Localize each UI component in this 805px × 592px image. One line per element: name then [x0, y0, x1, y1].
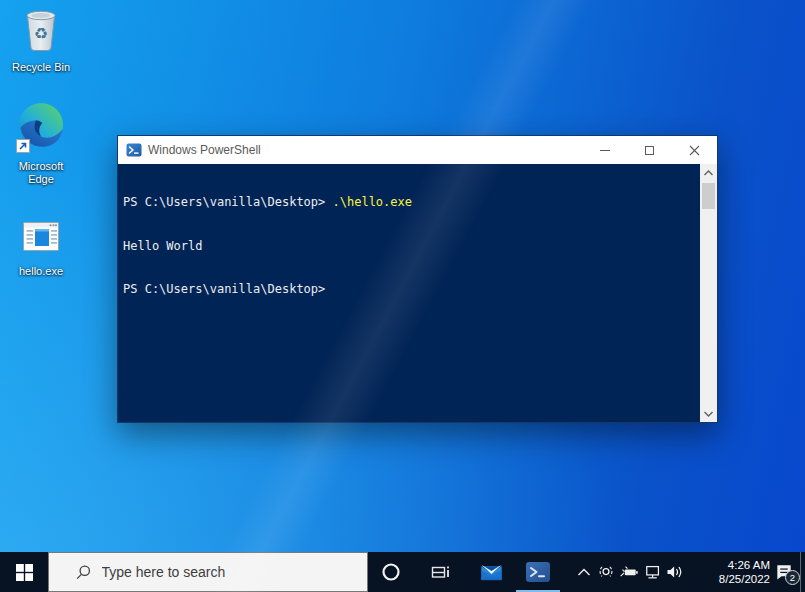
action-center-button[interactable]: 2 [770, 552, 798, 592]
svg-text:♻: ♻ [34, 25, 48, 42]
show-desktop-button[interactable] [800, 552, 805, 592]
executable-window-icon [20, 216, 62, 262]
desktop-icon-recycle-bin[interactable]: ♻ Recycle Bin [0, 6, 82, 74]
desktop-background[interactable]: ♻ Recycle Bin [0, 0, 805, 592]
chevron-down-icon [704, 411, 713, 417]
search-input[interactable] [102, 564, 342, 580]
desktop-icon-microsoft-edge[interactable]: Microsoft Edge [0, 101, 82, 186]
terminal-line: Hello World [123, 239, 697, 254]
search-icon [75, 564, 92, 581]
cortana-button[interactable] [372, 552, 410, 592]
tray-volume-button[interactable] [664, 552, 686, 592]
tray-capture-button[interactable] [596, 552, 616, 592]
show-hidden-icons-button[interactable] [574, 552, 594, 592]
shortcut-arrow-overlay-icon [16, 139, 30, 153]
desktop-icon-hello-exe[interactable]: hello.exe [0, 216, 82, 278]
terminal-command-text: .\hello.exe [333, 195, 412, 209]
close-button[interactable] [672, 137, 717, 164]
scroll-up-button[interactable] [700, 164, 717, 181]
window-titlebar[interactable]: Windows PowerShell [118, 136, 717, 164]
taskbar: 4:26 AM 8/25/2022 2 [0, 552, 805, 592]
taskbar-powershell-button[interactable] [516, 552, 560, 592]
powershell-window: Windows PowerShell PS C:\Users\vanilla\D… [117, 135, 718, 423]
chevron-up-icon [704, 170, 713, 176]
scroll-down-button[interactable] [700, 405, 717, 422]
desktop-icon-label: Recycle Bin [12, 61, 70, 74]
action-center-icon: 2 [774, 562, 794, 582]
clock-date: 8/25/2022 [719, 572, 770, 586]
task-view-icon [429, 561, 451, 583]
tray-network-button[interactable] [642, 552, 664, 592]
mail-icon [479, 560, 504, 585]
tray-battery-button[interactable] [618, 552, 640, 592]
taskbar-search[interactable] [48, 552, 368, 592]
start-button[interactable] [0, 552, 48, 592]
minimize-button[interactable] [582, 137, 627, 164]
maximize-button[interactable] [627, 137, 672, 164]
ethernet-icon [643, 563, 663, 581]
terminal-area[interactable]: PS C:\Users\vanilla\Desktop> .\hello.exe… [118, 164, 717, 422]
terminal-output: PS C:\Users\vanilla\Desktop> .\hello.exe… [123, 166, 697, 326]
minimize-icon [600, 150, 610, 151]
battery-charging-icon [619, 563, 639, 581]
powershell-taskbar-icon [525, 559, 551, 585]
window-title: Windows PowerShell [148, 143, 582, 157]
taskbar-clock[interactable]: 4:26 AM 8/25/2022 [688, 552, 774, 592]
terminal-line: PS C:\Users\vanilla\Desktop> [123, 282, 697, 297]
clock-time: 4:26 AM [728, 558, 770, 572]
windows-logo-icon [16, 564, 33, 581]
scrollbar-thumb[interactable] [702, 183, 715, 209]
terminal-line: PS C:\Users\vanilla\Desktop> .\hello.exe [123, 195, 697, 210]
chevron-up-icon [577, 567, 591, 577]
terminal-scrollbar[interactable] [700, 164, 717, 422]
volume-icon [665, 563, 685, 581]
capture-viewfinder-icon [597, 563, 615, 581]
desktop-icon-label: hello.exe [19, 265, 63, 278]
maximize-icon [645, 146, 654, 155]
close-icon [689, 145, 700, 156]
notification-badge: 2 [785, 570, 800, 585]
task-view-button[interactable] [418, 552, 462, 592]
edge-icon [16, 101, 66, 157]
powershell-titlebar-icon [126, 142, 142, 158]
desktop-icon-label: Microsoft Edge [6, 160, 76, 186]
taskbar-mail-button[interactable] [468, 552, 514, 592]
recycle-bin-icon: ♻ [19, 6, 63, 58]
cortana-circle-icon [381, 562, 401, 582]
